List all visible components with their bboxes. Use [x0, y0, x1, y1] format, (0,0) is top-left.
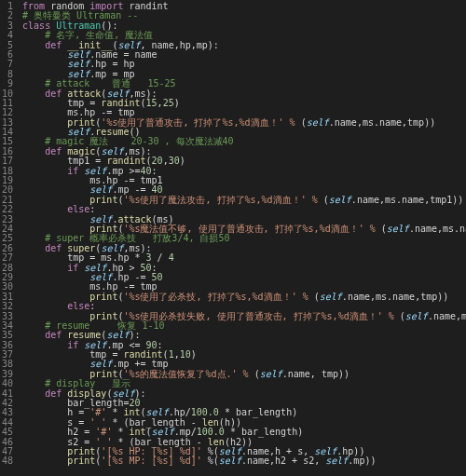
code-area[interactable]: from random import randint# 奥特曼类 Ultrama…: [19, 0, 466, 467]
line-number: 32: [2, 302, 13, 311]
line-gutter: 1234567891011121314151617181920212223242…: [0, 0, 19, 467]
code-editor[interactable]: 1234567891011121314151617181920212223242…: [0, 0, 466, 467]
line-number: 27: [2, 253, 13, 263]
code-line[interactable]: print('[%s MP: [%s] %d]' %(self.name,h2 …: [22, 456, 466, 466]
line-number: 48: [2, 456, 13, 466]
line-number: 9: [2, 79, 13, 88]
line-number: 4: [2, 31, 13, 40]
